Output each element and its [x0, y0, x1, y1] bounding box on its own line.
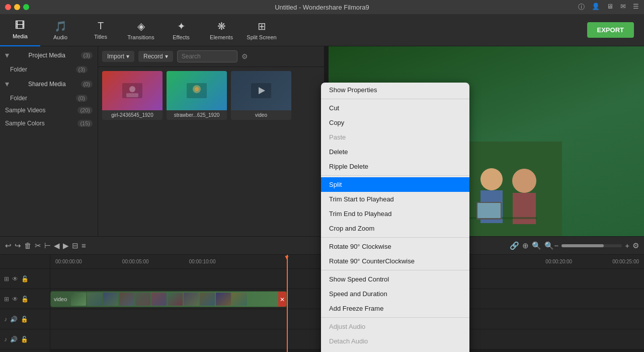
tab-effects[interactable]: ✦ Effects [161, 14, 201, 46]
tab-titles[interactable]: T Titles [80, 14, 121, 46]
thumbnail-video [231, 71, 291, 110]
export-button[interactable]: EXPORT [587, 22, 634, 38]
copy-label: Copy [329, 119, 344, 126]
freeze-frame-label: Add Freeze Frame [329, 305, 383, 312]
tab-elements[interactable]: ❋ Elements [201, 14, 242, 46]
clip-frame [119, 293, 134, 306]
maximize-button[interactable] [23, 4, 29, 10]
tab-audio[interactable]: 🎵 Audio [40, 14, 80, 46]
import-button[interactable]: Import ▾ [102, 51, 134, 62]
monitor-icon[interactable]: 🖥 [607, 3, 613, 12]
audio-lock-icon[interactable]: 🔓 [21, 316, 28, 323]
info-icon[interactable]: ⓘ [578, 3, 585, 12]
audio-mute-icon-2[interactable]: 🔊 [10, 336, 18, 343]
cm-speed-duration[interactable]: Speed and Duration [321, 287, 469, 301]
audio-label: Audio [53, 34, 67, 40]
prev-frame[interactable]: ◀ [54, 241, 60, 250]
cm-split[interactable]: Split [321, 177, 469, 192]
ruler-mark-2: 00:00:10:00 [189, 259, 216, 264]
track-eye-icon[interactable]: 👁 [12, 275, 18, 283]
close-button[interactable] [5, 4, 11, 10]
adjust-audio-label: Adjust Audio [329, 323, 365, 330]
cm-show-properties[interactable]: Show Properties [321, 83, 469, 97]
track-grid-icon-2[interactable]: ⊞ [4, 296, 9, 303]
split-tool[interactable]: ⊢ [44, 241, 51, 250]
track-grid-icon[interactable]: ⊞ [4, 275, 9, 283]
delete-tool[interactable]: 🗑 [24, 241, 32, 250]
cm-copy[interactable]: Copy [321, 115, 469, 130]
shared-media-label: Shared Media [28, 81, 66, 88]
ruler-mark-3: 00:00:20:00 [545, 259, 572, 264]
search-input[interactable] [177, 50, 237, 62]
add-track-button[interactable]: + [625, 241, 629, 250]
filter-icon[interactable]: ⚙ [242, 52, 248, 60]
sample-colors-label: Sample Colors [5, 120, 45, 127]
user-icon[interactable]: 👤 [592, 3, 600, 12]
audio-mute-icon[interactable]: 🔊 [10, 316, 18, 323]
sidebar-item-sample-videos[interactable]: Sample Videos (20) [0, 104, 98, 117]
media-icon: 🎞 [15, 20, 25, 31]
mail-icon[interactable]: ✉ [620, 3, 626, 12]
splitscreen-label: Split Screen [247, 34, 276, 40]
context-menu: Show Properties Cut Copy Paste Delete Ri… [321, 83, 469, 352]
audio-lock-icon-3[interactable]: 🔓 [21, 336, 28, 343]
zoom-in-button[interactable]: 🔍 [532, 241, 541, 250]
cm-cut[interactable]: Cut [321, 101, 469, 115]
cm-ripple-delete[interactable]: Ripple Delete [321, 159, 469, 174]
sidebar-item-shared-folder[interactable]: Folder (0) [0, 93, 98, 104]
next-frame[interactable]: ▶ [63, 241, 69, 250]
audio-tool[interactable]: ≡ [82, 241, 86, 250]
cm-paste: Paste [321, 130, 469, 145]
crop-tool[interactable]: ⊟ [72, 241, 78, 250]
track-headers: ⊞ 👁 🔓 ⊞ 👁 🔓 ♪ 🔊 🔓 [0, 255, 50, 352]
snap-button[interactable]: ⊕ [522, 241, 529, 250]
track-controls-2: ⊞ 👁 🔓 [0, 296, 33, 303]
record-button[interactable]: Record ▾ [138, 51, 173, 62]
clip-frame [87, 293, 102, 306]
sidebar-item-project-folder[interactable]: Folder (3) [0, 64, 98, 75]
track-controls-audio-2: ♪ 🔊 🔓 [0, 336, 32, 343]
track-controls-audio: ♪ 🔊 🔓 [0, 316, 32, 323]
trim-end-label: Trim End to Playhead [329, 210, 392, 218]
menu-icon[interactable]: ☰ [633, 3, 639, 12]
tab-splitscreen[interactable]: ⊞ Split Screen [242, 14, 282, 46]
video-clip[interactable]: video ✕ [50, 291, 287, 307]
paste-label: Paste [329, 133, 346, 141]
ripple-delete-label: Ripple Delete [329, 163, 368, 170]
cm-detach-audio: Detach Audio [321, 334, 469, 348]
cm-rotate-cw[interactable]: Rotate 90° Clockwise [321, 239, 469, 254]
cm-show-speed[interactable]: Show Speed Control [321, 272, 469, 287]
track-lock-icon-2[interactable]: 🔓 [21, 296, 29, 303]
list-item[interactable]: strawber...625_1920 [167, 71, 227, 120]
redo-button[interactable]: ↪ [15, 241, 21, 250]
undo-button[interactable]: ↩ [5, 241, 12, 250]
project-media-section[interactable]: ▾ Project Media (3) [0, 46, 98, 64]
cut-tool[interactable]: ✂ [35, 241, 41, 250]
shared-media-section[interactable]: ▾ Shared Media (0) [0, 75, 98, 93]
track-lock-icon[interactable]: 🔓 [21, 275, 29, 283]
link-button[interactable]: 🔗 [510, 241, 519, 250]
list-item[interactable]: video [231, 71, 291, 120]
sidebar-item-sample-colors[interactable]: Sample Colors (15) [0, 117, 98, 130]
list-item[interactable]: girl-2436545_1920 [102, 71, 163, 120]
split-label: Split [329, 181, 342, 188]
audio-track-icon[interactable]: ♪ [4, 316, 7, 323]
playhead[interactable] [287, 255, 288, 352]
track-eye-icon-2[interactable]: 👁 [12, 296, 18, 303]
separator-1 [321, 99, 469, 99]
track-header-2: ⊞ 👁 🔓 [0, 289, 50, 309]
cm-rotate-ccw[interactable]: Rotate 90° CounterClockwise [321, 254, 469, 268]
settings-button[interactable]: ⚙ [632, 241, 639, 250]
tab-transitions[interactable]: ◈ Transitions [121, 14, 161, 46]
cm-freeze-frame[interactable]: Add Freeze Frame [321, 301, 469, 316]
svg-point-11 [480, 168, 503, 190]
cm-crop-zoom[interactable]: Crop and Zoom [321, 221, 469, 236]
audio-track-icon-2[interactable]: ♪ [4, 336, 7, 343]
chevron-down-icon: ▾ [5, 50, 13, 60]
cm-trim-end[interactable]: Trim End to Playhead [321, 206, 469, 221]
cm-delete[interactable]: Delete [321, 145, 469, 159]
zoom-out-button[interactable]: 🔍− [544, 241, 558, 250]
minimize-button[interactable] [14, 4, 20, 10]
cm-trim-start[interactable]: Trim Start to Playhead [321, 192, 469, 206]
tab-media[interactable]: 🎞 Media [0, 14, 40, 46]
